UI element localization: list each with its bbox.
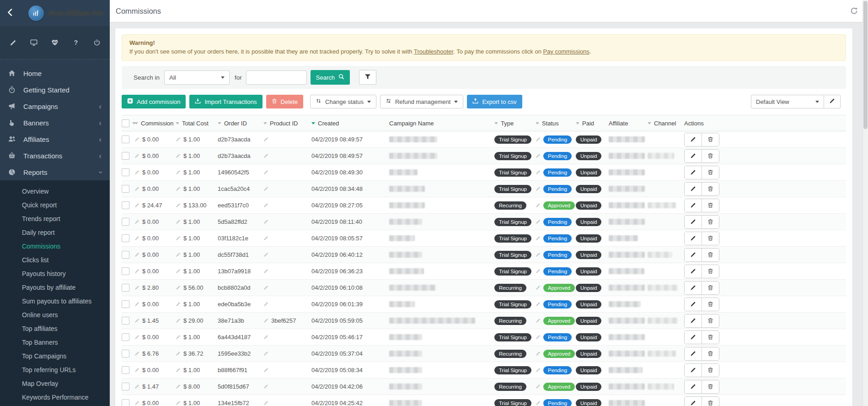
- edit-commission-icon[interactable]: [134, 384, 139, 389]
- sidebar-subitem-keywords-performance[interactable]: Keywords Performance: [0, 390, 110, 404]
- delete-row-button[interactable]: [702, 265, 719, 278]
- delete-row-button[interactable]: [702, 232, 719, 245]
- edit-row-button[interactable]: [685, 133, 702, 146]
- edit-commission-icon[interactable]: [134, 302, 139, 307]
- filter-button[interactable]: [359, 70, 376, 85]
- edit-status-icon[interactable]: [536, 318, 541, 323]
- edit-total-cost-icon[interactable]: [176, 302, 181, 307]
- delete-row-button[interactable]: [702, 331, 719, 344]
- sidebar-subitem-clicks-list[interactable]: Clicks list: [0, 253, 110, 267]
- column-header-commission[interactable]: Commission: [134, 120, 176, 127]
- column-header-created[interactable]: Created: [311, 120, 389, 127]
- sidebar-subitem-payouts-history[interactable]: Payouts history: [0, 267, 110, 281]
- edit-status-icon[interactable]: [536, 302, 541, 307]
- edit-product-id-icon[interactable]: [263, 137, 268, 142]
- sidebar-item-home[interactable]: Home: [0, 65, 110, 81]
- edit-product-id-icon[interactable]: [263, 318, 268, 323]
- delete-row-button[interactable]: [702, 166, 719, 179]
- sidebar-subitem-top-referring-urls[interactable]: Top referring URLs: [0, 363, 110, 377]
- edit-commission-icon[interactable]: [134, 368, 139, 373]
- delete-row-button[interactable]: [702, 150, 719, 162]
- edit-status-icon[interactable]: [536, 384, 541, 389]
- edit-product-id-icon[interactable]: [263, 384, 268, 389]
- edit-commission-icon[interactable]: [134, 153, 139, 158]
- edit-total-cost-icon[interactable]: [176, 153, 181, 158]
- edit-commission-icon[interactable]: [134, 252, 139, 257]
- delete-row-button[interactable]: [702, 133, 719, 146]
- edit-product-id-icon[interactable]: [263, 252, 268, 257]
- edit-row-button[interactable]: [685, 314, 702, 327]
- edit-row-button[interactable]: [685, 380, 702, 393]
- edit-row-button[interactable]: [685, 216, 702, 228]
- edit-commission-icon[interactable]: [134, 269, 139, 274]
- edit-row-button[interactable]: [685, 265, 702, 278]
- sidebar-subitem-top-campaigns[interactable]: Top Campaigns: [0, 349, 110, 363]
- edit-total-cost-icon[interactable]: [176, 186, 181, 191]
- delete-row-button[interactable]: [702, 397, 719, 406]
- monitor-icon[interactable]: [28, 39, 39, 46]
- edit-total-cost-icon[interactable]: [176, 137, 181, 142]
- edit-product-id-icon[interactable]: [263, 170, 268, 175]
- column-header-order-id[interactable]: Order ID: [218, 120, 263, 127]
- delete-row-button[interactable]: [702, 364, 719, 377]
- edit-product-id-icon[interactable]: [263, 302, 268, 307]
- scrollbar-thumb[interactable]: [863, 1, 868, 129]
- edit-product-id-icon[interactable]: [263, 153, 268, 158]
- edit-total-cost-icon[interactable]: [176, 335, 181, 340]
- edit-status-icon[interactable]: [536, 186, 541, 191]
- column-header-product-id[interactable]: Product ID: [263, 120, 311, 127]
- edit-product-id-icon[interactable]: [263, 236, 268, 241]
- edit-commission-icon[interactable]: [134, 137, 139, 142]
- edit-total-cost-icon[interactable]: [176, 236, 181, 241]
- edit-total-cost-icon[interactable]: [176, 219, 181, 224]
- edit-total-cost-icon[interactable]: [176, 318, 181, 323]
- edit-total-cost-icon[interactable]: [176, 384, 181, 389]
- delete-row-button[interactable]: [702, 347, 719, 360]
- sidebar-subitem-commissions[interactable]: Commissions: [0, 239, 110, 253]
- row-checkbox[interactable]: [122, 168, 129, 176]
- column-header-paid[interactable]: Paid: [576, 120, 609, 127]
- delete-button[interactable]: Delete: [266, 95, 304, 108]
- edit-row-button[interactable]: [685, 150, 702, 162]
- delete-row-button[interactable]: [702, 199, 719, 212]
- edit-row-button[interactable]: [685, 249, 702, 261]
- pay-commissions-link[interactable]: Pay commissions: [543, 48, 589, 55]
- row-checkbox[interactable]: [122, 333, 129, 341]
- import-transactions-button[interactable]: Import Transactions: [189, 95, 262, 108]
- edit-total-cost-icon[interactable]: [176, 252, 181, 257]
- edit-row-button[interactable]: [685, 347, 702, 360]
- sidebar-subitem-top-banners[interactable]: Top Banners: [0, 336, 110, 349]
- edit-total-cost-icon[interactable]: [176, 368, 181, 373]
- sidebar-item-affiliates[interactable]: Affiliates‹: [0, 131, 110, 147]
- sidebar-item-reports[interactable]: Reports‹: [0, 164, 110, 180]
- edit-status-icon[interactable]: [536, 170, 541, 175]
- edit-row-button[interactable]: [685, 397, 702, 406]
- edit-total-cost-icon[interactable]: [176, 170, 181, 175]
- edit-status-icon[interactable]: [536, 153, 541, 158]
- search-input[interactable]: [246, 70, 307, 85]
- row-checkbox[interactable]: [122, 201, 129, 209]
- edit-row-button[interactable]: [685, 183, 702, 195]
- collapse-sidebar-button[interactable]: [0, 7, 21, 19]
- sidebar-subitem-online-users[interactable]: Online users: [0, 308, 110, 322]
- edit-status-icon[interactable]: [536, 351, 541, 356]
- sidebar-subitem-overview[interactable]: Overview: [0, 184, 110, 198]
- edit-row-button[interactable]: [685, 281, 702, 294]
- sidebar-subitem-daily-report[interactable]: Daily report: [0, 226, 110, 239]
- sidebar-item-getting-started[interactable]: Getting Started: [0, 81, 110, 98]
- edit-row-button[interactable]: [685, 298, 702, 311]
- edit-status-icon[interactable]: [536, 335, 541, 340]
- edit-total-cost-icon[interactable]: [176, 285, 181, 290]
- sidebar-subitem-top-affiliates[interactable]: Top affiliates: [0, 322, 110, 336]
- edit-status-icon[interactable]: [536, 252, 541, 257]
- help-icon[interactable]: ?: [70, 39, 81, 46]
- add-commission-button[interactable]: Add commission: [122, 95, 186, 108]
- row-checkbox[interactable]: [122, 234, 129, 242]
- edit-product-id-icon[interactable]: [263, 269, 268, 274]
- power-icon[interactable]: [91, 39, 102, 46]
- sidebar-item-transactions[interactable]: Transactions‹: [0, 147, 110, 164]
- sidebar-subitem-trends-report[interactable]: Trends report: [0, 212, 110, 226]
- edit-commission-icon[interactable]: [134, 203, 139, 208]
- search-button[interactable]: Search: [311, 70, 350, 85]
- change-status-button[interactable]: Change status: [310, 95, 376, 108]
